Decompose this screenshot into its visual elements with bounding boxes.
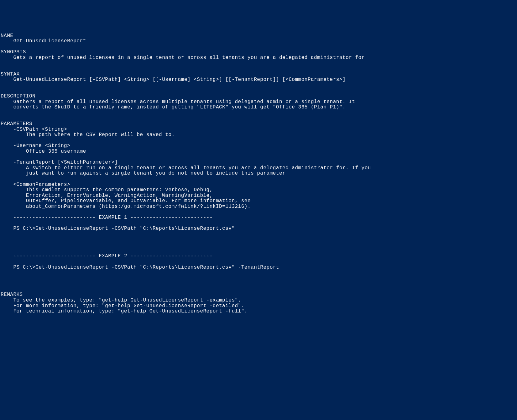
example-1-separator: -------------------------- EXAMPLE 1 ---… [1, 215, 213, 220]
param-tenantreport-desc-line: just want to run against a single tenant… [1, 171, 289, 176]
section-heading-description: DESCRIPTION [1, 93, 35, 99]
description-line: Gathers a report of all unused licenses … [1, 99, 355, 105]
param-csvpath-desc: The path where the CSV Report will be sa… [1, 132, 175, 138]
section-heading-remarks: REMARKS [1, 292, 23, 297]
remarks-line: For technical information, type: "get-he… [1, 308, 248, 314]
description-line: converts the SkuID to a friendly name, i… [1, 104, 346, 110]
syntax-line: Get-UnusedLicenseReport [-CSVPath] <Stri… [1, 77, 346, 82]
param-tenantreport-desc-line: A switch to either run on a single tenan… [1, 165, 371, 171]
remarks-line: To see the examples, type: "get-help Get… [1, 297, 241, 303]
common-parameters-line: about_CommonParameters (https:/go.micros… [1, 204, 251, 209]
section-heading-syntax: SYNTAX [1, 71, 20, 77]
example-1-command: PS C:\>Get-UnusedLicenseReport -CSVPath … [1, 226, 235, 231]
example-2-separator: -------------------------- EXAMPLE 2 ---… [1, 253, 213, 259]
common-parameters-line: ErrorAction, ErrorVariable, WarningActio… [1, 193, 213, 198]
cmdlet-name: Get-UnusedLicenseReport [1, 38, 86, 44]
common-parameters-line: This cmdlet supports the common paramete… [1, 187, 213, 193]
section-heading-name: NAME [1, 33, 13, 39]
common-parameters-name: <CommonParameters> [1, 182, 70, 187]
param-username-name: -Username <String> [1, 143, 70, 149]
param-username-desc: Office 365 username [1, 149, 86, 154]
powershell-console[interactable]: NAME Get-UnusedLicenseReport SYNOPSIS Ge… [0, 28, 516, 314]
param-tenantreport-name: -TenantReport [<SwitchParameter>] [1, 160, 118, 165]
section-heading-synopsis: SYNOPSIS [1, 49, 26, 55]
remarks-line: For more information, type: "get-help Ge… [1, 303, 244, 309]
synopsis-text: Gets a report of unused licenses in a si… [1, 55, 365, 60]
common-parameters-line: OutBuffer, PipelineVariable, and OutVari… [1, 198, 251, 204]
section-heading-parameters: PARAMETERS [1, 121, 32, 127]
example-2-command: PS C:\>Get-UnusedLicenseReport -CSVPath … [1, 265, 279, 270]
param-csvpath-name: -CSVPath <String> [1, 127, 67, 132]
